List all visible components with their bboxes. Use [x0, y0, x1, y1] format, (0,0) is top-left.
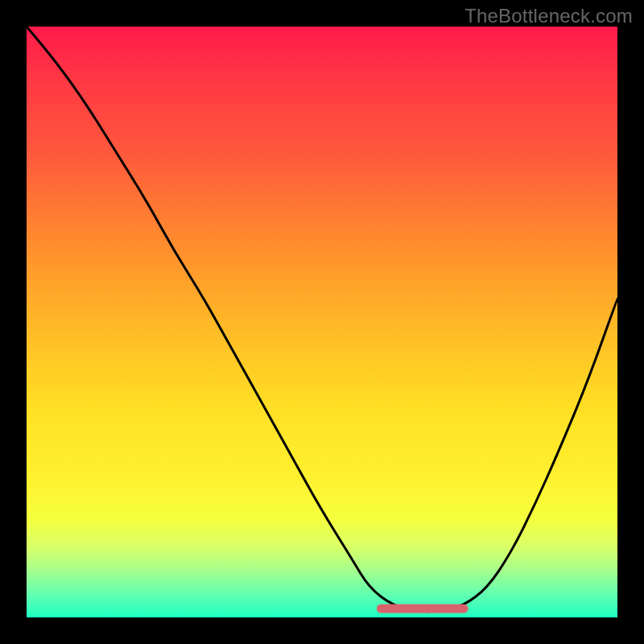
curve-layer	[27, 27, 617, 617]
watermark-text: TheBottleneck.com	[464, 5, 633, 27]
chart-frame: TheBottleneck.com	[0, 0, 644, 644]
plot-area	[27, 27, 617, 617]
bottleneck-curve-path	[27, 27, 617, 612]
